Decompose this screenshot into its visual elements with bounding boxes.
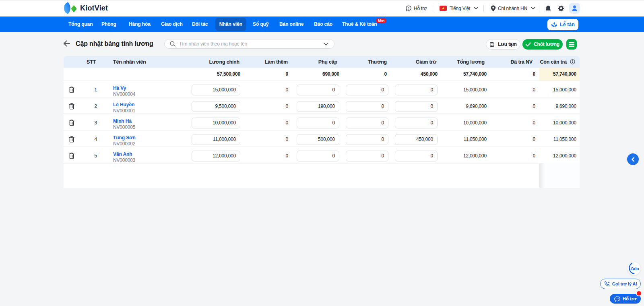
svg-text:Zalo: Zalo: [630, 266, 639, 271]
